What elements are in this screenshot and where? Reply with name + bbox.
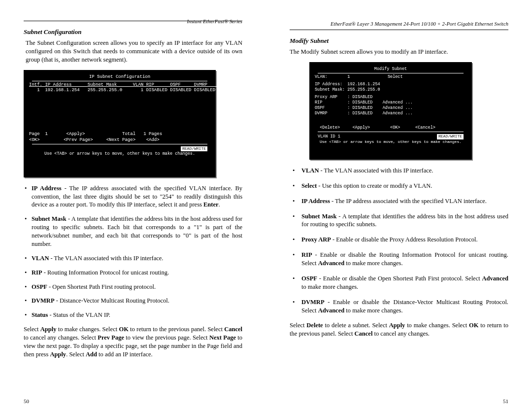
term2-vlanid: VLAN ID 1: [318, 134, 340, 139]
right-intro-paragraph: The Modify Subnet screen allows you to m…: [290, 48, 508, 56]
left-intro-paragraph: The Subnet Configuration screen allows y…: [26, 39, 242, 64]
ip-subnet-config-terminal: IP Subnet Configuration Intf. IP Address…: [24, 70, 216, 177]
term1-title: IP Subnet Configuration: [29, 74, 210, 80]
bullet-vlan: VLAN - The VLAN associated with this IP …: [27, 254, 242, 263]
right-page-number: 51: [503, 398, 508, 404]
term2-title: Modify Subnet: [315, 67, 466, 72]
page-spread: Instant EtherFast® Series Subnet Configu…: [0, 0, 532, 411]
term2-hint: Use <TAB> or arrow keys to move, other k…: [315, 139, 466, 144]
left-terminal-wrap: IP Subnet Configuration Intf. IP Address…: [24, 70, 242, 177]
term1-pager-bottom: <OK> <Prev Page> <Next Page> <Add>: [29, 137, 210, 143]
bullet-ip-address: IP Address - The IP address associated w…: [27, 184, 242, 209]
left-header: Instant EtherFast® Series: [187, 19, 242, 24]
term2-readwrite: READ/WRITE: [437, 134, 464, 139]
modify-subnet-terminal: Modify Subnet VLAN: 1 Select IP Address:…: [309, 62, 472, 160]
rbullet-select: Select - Use this option to create or mo…: [293, 182, 508, 190]
rbullet-subnet-mask: Subnet Mask - A template that identifies…: [293, 212, 508, 229]
rbullet-proxy-arp: Proxy ARP - Enable or disable the Proxy …: [293, 236, 508, 244]
term1-hint: Use <TAB> or arrow keys to move, other k…: [29, 151, 210, 157]
rbullet-rip: RIP - Enable or disable the Routing Info…: [293, 251, 508, 268]
right-terminal-wrap: Modify Subnet VLAN: 1 Select IP Address:…: [290, 62, 508, 160]
right-header-row: EtherFast® Layer 3 Management 24-Port 10…: [290, 19, 508, 28]
right-page: EtherFast® Layer 3 Management 24-Port 10…: [266, 0, 532, 411]
bullet-status: Status - Status of the VLAN IP.: [27, 311, 242, 319]
left-closing-paragraph: Select Apply to make changes. Select OK …: [24, 325, 242, 359]
right-bullet-list: VLAN - The VLAN associated with this IP …: [293, 167, 508, 315]
bullet-subnet-mask: Subnet Mask - A template that identifies…: [27, 215, 242, 248]
rbullet-ospf: OSPF - Enable or disable the Open Shorte…: [293, 274, 508, 291]
right-header-rule: [290, 30, 508, 30]
rbullet-dvmrp: DVMRP - Enable or disable the Distance-V…: [293, 298, 508, 315]
term1-readwrite: READ/WRITE: [181, 146, 207, 151]
term2-proxy-arp: Proxy ARP : DISABLED: [315, 95, 466, 100]
bullet-rip: RIP - Routing Information Protocol for u…: [27, 269, 242, 277]
term2-mask: Subnet Mask: 255.255.255.0: [315, 87, 466, 93]
term2-ospf: OSPF : DISABLED Advanced ...: [315, 105, 466, 111]
left-bullet-list: IP Address - The IP address associated w…: [27, 184, 242, 320]
right-section-title: Modify Subnet: [290, 37, 508, 45]
term1-pager-top: Page 1 <Apply> Total 1 Pages: [29, 132, 210, 137]
left-page-number: 50: [24, 398, 29, 404]
term2-buttons: <Delete> <Apply> <OK> <Cancel>: [315, 125, 466, 131]
term1-row: 1 192.168.1.254 255.255.255.0 1 DISABLED…: [29, 88, 210, 93]
right-closing-paragraph: Select Delete to delete a subnet. Select…: [290, 321, 508, 338]
left-page: Instant EtherFast® Series Subnet Configu…: [0, 0, 266, 411]
left-section-title: Subnet Configuration: [24, 28, 242, 36]
term1-columns: Intf. IP Address Subnet Mask VLAN RIP OS…: [29, 82, 210, 88]
rbullet-ip-address: IP Address - The IP address associated w…: [293, 197, 508, 206]
term2-vlan: VLAN: 1 Select: [315, 74, 466, 80]
term2-rip: RIP : DISABLED Advanced ...: [315, 100, 466, 105]
bullet-ospf: OSPF - Open Shortest Path First routing …: [27, 283, 242, 291]
rbullet-vlan: VLAN - The VLAN associated with this IP …: [293, 167, 508, 175]
term2-dvmrp: DVMRP : DISABLED Advanced ...: [315, 111, 466, 116]
bullet-dvmrp: DVMRP - Distance-Vector Multicast Routin…: [27, 297, 242, 305]
right-header: EtherFast® Layer 3 Management 24-Port 10…: [331, 21, 508, 27]
term2-ip: IP Address: 192.168.1.254: [315, 82, 466, 87]
